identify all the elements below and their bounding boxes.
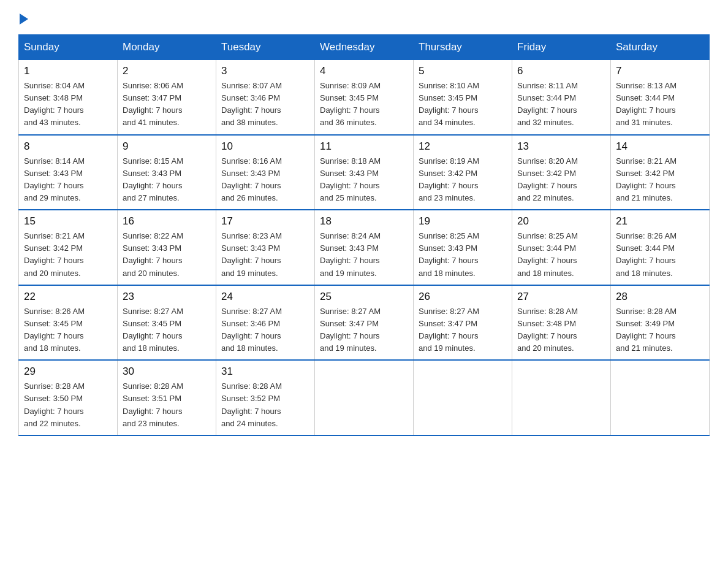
day-info: Sunrise: 8:15 AMSunset: 3:43 PMDaylight:… [123,156,183,202]
calendar-cell: 13Sunrise: 8:20 AMSunset: 3:42 PMDayligh… [512,135,611,210]
calendar-cell: 3Sunrise: 8:07 AMSunset: 3:46 PMDaylight… [216,60,315,135]
day-info: Sunrise: 8:28 AMSunset: 3:48 PMDaylight:… [517,307,578,353]
day-info: Sunrise: 8:28 AMSunset: 3:49 PMDaylight:… [616,307,677,353]
calendar-cell: 15Sunrise: 8:21 AMSunset: 3:42 PMDayligh… [19,210,118,285]
week-row-2: 8Sunrise: 8:14 AMSunset: 3:43 PMDaylight… [19,135,710,210]
day-number: 7 [616,65,704,77]
day-info: Sunrise: 8:07 AMSunset: 3:46 PMDaylight:… [221,81,282,127]
day-info: Sunrise: 8:27 AMSunset: 3:47 PMDaylight:… [320,307,381,353]
day-number: 2 [123,65,211,77]
day-info: Sunrise: 8:28 AMSunset: 3:52 PMDaylight:… [221,381,282,427]
calendar-cell [315,360,414,435]
day-info: Sunrise: 8:16 AMSunset: 3:43 PMDaylight:… [221,156,282,202]
day-info: Sunrise: 8:20 AMSunset: 3:42 PMDaylight:… [517,156,578,202]
page-header [18,12,710,22]
calendar-cell: 28Sunrise: 8:28 AMSunset: 3:49 PMDayligh… [611,285,710,361]
calendar-cell: 31Sunrise: 8:28 AMSunset: 3:52 PMDayligh… [216,360,315,435]
day-number: 3 [221,65,309,77]
day-number: 18 [320,215,408,228]
day-number: 21 [616,215,704,228]
week-row-3: 15Sunrise: 8:21 AMSunset: 3:42 PMDayligh… [19,210,710,285]
calendar-cell: 20Sunrise: 8:25 AMSunset: 3:44 PMDayligh… [512,210,611,285]
day-info: Sunrise: 8:27 AMSunset: 3:46 PMDaylight:… [221,307,282,353]
day-info: Sunrise: 8:26 AMSunset: 3:44 PMDaylight:… [616,231,677,277]
day-number: 5 [419,65,507,77]
day-info: Sunrise: 8:25 AMSunset: 3:43 PMDaylight:… [419,231,479,277]
day-number: 16 [123,215,211,228]
calendar-cell: 10Sunrise: 8:16 AMSunset: 3:43 PMDayligh… [216,135,315,210]
calendar-cell: 6Sunrise: 8:11 AMSunset: 3:44 PMDaylight… [512,60,611,135]
day-number: 1 [24,65,112,77]
day-info: Sunrise: 8:23 AMSunset: 3:43 PMDaylight:… [221,231,282,277]
day-info: Sunrise: 8:19 AMSunset: 3:42 PMDaylight:… [419,156,479,202]
calendar-cell: 12Sunrise: 8:19 AMSunset: 3:42 PMDayligh… [414,135,512,210]
calendar-cell: 14Sunrise: 8:21 AMSunset: 3:42 PMDayligh… [611,135,710,210]
calendar-cell: 18Sunrise: 8:24 AMSunset: 3:43 PMDayligh… [315,210,414,285]
calendar-header: SundayMondayTuesdayWednesdayThursdayFrid… [19,35,710,60]
day-number: 9 [123,140,211,153]
week-row-4: 22Sunrise: 8:26 AMSunset: 3:45 PMDayligh… [19,285,710,361]
calendar-cell [414,360,512,435]
day-info: Sunrise: 8:27 AMSunset: 3:45 PMDaylight:… [123,307,183,353]
day-number: 4 [320,65,408,77]
calendar-cell: 1Sunrise: 8:04 AMSunset: 3:48 PMDaylight… [19,60,118,135]
calendar-cell: 19Sunrise: 8:25 AMSunset: 3:43 PMDayligh… [414,210,512,285]
header-cell-tuesday: Tuesday [216,35,315,60]
calendar-cell: 7Sunrise: 8:13 AMSunset: 3:44 PMDaylight… [611,60,710,135]
logo-arrow-icon [20,13,28,25]
day-number: 20 [517,215,605,228]
week-row-1: 1Sunrise: 8:04 AMSunset: 3:48 PMDaylight… [19,60,710,135]
calendar-cell: 26Sunrise: 8:27 AMSunset: 3:47 PMDayligh… [414,285,512,361]
day-number: 14 [616,140,704,153]
day-info: Sunrise: 8:25 AMSunset: 3:44 PMDaylight:… [517,231,578,277]
calendar-cell: 22Sunrise: 8:26 AMSunset: 3:45 PMDayligh… [19,285,118,361]
day-number: 31 [221,366,309,378]
calendar-cell: 29Sunrise: 8:28 AMSunset: 3:50 PMDayligh… [19,360,118,435]
header-cell-thursday: Thursday [414,35,512,60]
day-info: Sunrise: 8:24 AMSunset: 3:43 PMDaylight:… [320,231,381,277]
day-number: 25 [320,291,408,303]
day-number: 17 [221,215,309,228]
day-number: 6 [517,65,605,77]
day-number: 19 [419,215,507,228]
day-number: 24 [221,291,309,303]
calendar-table: SundayMondayTuesdayWednesdayThursdayFrid… [18,34,710,436]
calendar-cell: 9Sunrise: 8:15 AMSunset: 3:43 PMDaylight… [118,135,216,210]
day-info: Sunrise: 8:13 AMSunset: 3:44 PMDaylight:… [616,81,677,127]
day-info: Sunrise: 8:10 AMSunset: 3:45 PMDaylight:… [419,81,479,127]
day-number: 26 [419,291,507,303]
week-row-5: 29Sunrise: 8:28 AMSunset: 3:50 PMDayligh… [19,360,710,435]
day-info: Sunrise: 8:28 AMSunset: 3:51 PMDaylight:… [123,381,183,427]
day-number: 29 [24,366,112,378]
calendar-cell: 5Sunrise: 8:10 AMSunset: 3:45 PMDaylight… [414,60,512,135]
day-number: 12 [419,140,507,153]
day-number: 13 [517,140,605,153]
header-cell-friday: Friday [512,35,611,60]
day-info: Sunrise: 8:14 AMSunset: 3:43 PMDaylight:… [24,156,85,202]
day-info: Sunrise: 8:04 AMSunset: 3:48 PMDaylight:… [24,81,85,127]
header-cell-monday: Monday [118,35,216,60]
day-info: Sunrise: 8:11 AMSunset: 3:44 PMDaylight:… [517,81,578,127]
day-number: 22 [24,291,112,303]
calendar-cell: 23Sunrise: 8:27 AMSunset: 3:45 PMDayligh… [118,285,216,361]
calendar-body: 1Sunrise: 8:04 AMSunset: 3:48 PMDaylight… [19,60,710,435]
calendar-cell: 24Sunrise: 8:27 AMSunset: 3:46 PMDayligh… [216,285,315,361]
day-info: Sunrise: 8:27 AMSunset: 3:47 PMDaylight:… [419,307,479,353]
day-info: Sunrise: 8:21 AMSunset: 3:42 PMDaylight:… [616,156,677,202]
day-number: 23 [123,291,211,303]
day-info: Sunrise: 8:18 AMSunset: 3:43 PMDaylight:… [320,156,381,202]
header-cell-sunday: Sunday [19,35,118,60]
calendar-cell: 11Sunrise: 8:18 AMSunset: 3:43 PMDayligh… [315,135,414,210]
calendar-cell: 2Sunrise: 8:06 AMSunset: 3:47 PMDaylight… [118,60,216,135]
day-info: Sunrise: 8:26 AMSunset: 3:45 PMDaylight:… [24,307,85,353]
header-cell-wednesday: Wednesday [315,35,414,60]
calendar-cell: 21Sunrise: 8:26 AMSunset: 3:44 PMDayligh… [611,210,710,285]
calendar-cell: 16Sunrise: 8:22 AMSunset: 3:43 PMDayligh… [118,210,216,285]
day-number: 8 [24,140,112,153]
day-info: Sunrise: 8:21 AMSunset: 3:42 PMDaylight:… [24,231,85,277]
calendar-cell: 25Sunrise: 8:27 AMSunset: 3:47 PMDayligh… [315,285,414,361]
calendar-cell: 4Sunrise: 8:09 AMSunset: 3:45 PMDaylight… [315,60,414,135]
day-number: 30 [123,366,211,378]
logo [18,12,28,22]
calendar-cell: 27Sunrise: 8:28 AMSunset: 3:48 PMDayligh… [512,285,611,361]
